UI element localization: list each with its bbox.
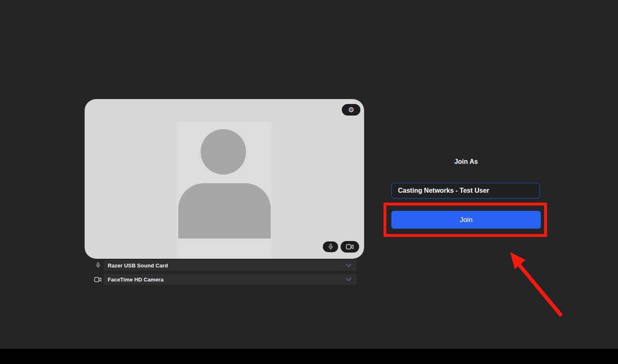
camera-select-value: FaceTime HD Camera [108,277,346,283]
display-name-input[interactable] [391,183,540,199]
settings-button[interactable]: ⚙ [342,104,360,116]
camera-selector-row: FaceTime HD Camera [93,274,357,285]
avatar-placeholder-body [178,183,271,239]
join-as-label: Join As [391,158,541,166]
microphone-icon [93,262,103,269]
gear-icon: ⚙ [348,106,354,113]
mic-toggle-button[interactable] [323,241,338,252]
microphone-icon [328,243,334,251]
microphone-select[interactable]: Razer USB Sound Card [104,260,357,271]
camera-preview: ⚙ [85,99,364,259]
microphone-select-value: Razer USB Sound Card [108,262,346,269]
camera-select[interactable]: FaceTime HD Camera [104,274,357,285]
annotation-highlight-box [384,203,547,237]
video-camera-icon [93,277,103,282]
avatar-placeholder-head [201,129,246,175]
prejoin-screen: ⚙ [0,0,618,364]
chevron-down-icon [346,276,352,283]
video-camera-icon [346,244,354,250]
camera-toggle-button[interactable] [341,241,359,253]
bottom-letterbox-bar [0,349,618,364]
microphone-selector-row: Razer USB Sound Card [93,260,357,271]
preview-controls [323,241,359,253]
chevron-down-icon [346,262,352,269]
